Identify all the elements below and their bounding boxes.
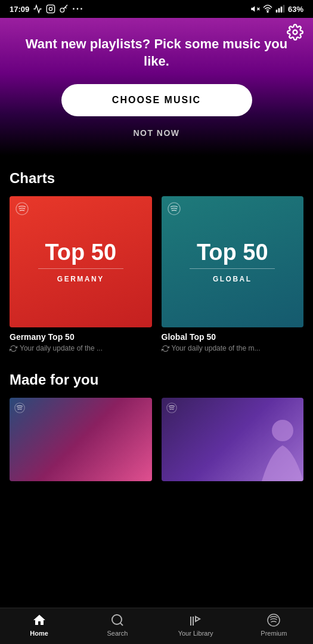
dots-icon: ··· — [72, 4, 83, 14]
home-icon — [32, 613, 47, 627]
svg-point-13 — [168, 203, 179, 215]
library-icon — [188, 613, 203, 627]
germany-divider — [38, 268, 123, 269]
svg-point-11 — [293, 30, 297, 35]
germany-card-desc: Your daily update of the ... — [10, 344, 152, 352]
svg-rect-8 — [278, 8, 280, 13]
svg-rect-9 — [281, 7, 283, 13]
charts-title: Charts — [10, 170, 303, 187]
wifi-icon — [263, 4, 272, 14]
spotify-logo-germany — [16, 202, 29, 215]
not-now-button[interactable]: NOT NOW — [133, 128, 179, 138]
spotify-logo-made1 — [14, 402, 25, 413]
charts-cards-row: Top 50 GERMANY Germany Top 50 Your daily… — [10, 196, 303, 357]
search-icon — [110, 613, 125, 627]
update-icon-germany — [10, 345, 17, 352]
spotify-logo-global — [168, 202, 181, 215]
svg-point-6 — [267, 11, 268, 13]
global-top50-card[interactable]: Top 50 GLOBAL Global Top 50 Your daily u… — [162, 196, 304, 357]
svg-point-2 — [52, 7, 53, 7]
svg-rect-7 — [276, 10, 278, 13]
global-country-label: GLOBAL — [213, 275, 252, 283]
germany-card-name: Germany Top 50 — [10, 332, 152, 342]
bottom-nav: Home Search Your Library Premium — [0, 608, 313, 644]
global-card-desc: Your daily update of the m... — [162, 344, 304, 352]
choose-music-button[interactable]: CHOOSE MUSIC — [61, 84, 252, 116]
spotify-logo-made2 — [166, 402, 177, 413]
hero-section: Want new playlists? Pick some music you … — [0, 18, 313, 156]
germany-card-info: Germany Top 50 Your daily update of the … — [10, 332, 152, 357]
home-label: Home — [30, 630, 48, 637]
svg-rect-10 — [283, 5, 285, 13]
library-label: Your Library — [178, 630, 213, 637]
gear-icon — [287, 24, 303, 41]
global-card-name: Global Top 50 — [162, 332, 304, 342]
svg-rect-0 — [47, 5, 55, 13]
global-top50-label: Top 50 — [197, 241, 268, 264]
global-card-image: Top 50 GLOBAL — [162, 196, 304, 327]
made-card-2[interactable] — [162, 398, 304, 481]
nav-item-search[interactable]: Search — [97, 613, 138, 637]
svg-point-12 — [16, 203, 28, 215]
global-divider — [190, 268, 275, 269]
made-card-1[interactable] — [10, 398, 152, 481]
svg-point-17 — [112, 615, 122, 624]
made-for-you-title: Made for you — [10, 371, 303, 388]
battery: 63% — [288, 5, 303, 14]
svg-point-16 — [272, 420, 293, 441]
hero-title: Want new playlists? Pick some music you … — [12, 36, 301, 70]
svg-point-15 — [166, 403, 176, 413]
global-card-info: Global Top 50 Your daily update of the m… — [162, 332, 304, 357]
nav-item-premium[interactable]: Premium — [253, 613, 295, 637]
germany-top50-label: Top 50 — [45, 241, 116, 264]
nav-item-library[interactable]: Your Library — [175, 613, 216, 637]
settings-button[interactable] — [287, 24, 303, 41]
germany-country-label: GERMANY — [57, 275, 104, 283]
charts-section: Charts Top 50 GERMANY Germany Top 50 You — [0, 156, 313, 357]
instagram-icon — [46, 4, 55, 14]
status-right: 63% — [250, 4, 303, 14]
svg-point-14 — [15, 403, 25, 413]
made-for-you-section: Made for you — [0, 362, 313, 481]
premium-icon — [266, 613, 281, 627]
search-label: Search — [107, 630, 128, 637]
made-for-you-cards — [10, 398, 303, 481]
status-bar: 17:09 ··· 63% — [0, 0, 313, 18]
activity-icon — [33, 4, 42, 14]
mute-icon — [250, 4, 260, 14]
signal-icon — [275, 4, 285, 14]
time: 17:09 — [10, 5, 29, 14]
svg-line-18 — [120, 623, 123, 626]
update-icon-global — [162, 345, 169, 352]
status-left: 17:09 ··· — [10, 4, 84, 14]
germany-card-image: Top 50 GERMANY — [10, 196, 152, 327]
svg-point-1 — [49, 7, 52, 10]
premium-label: Premium — [261, 630, 287, 637]
key-icon — [59, 4, 69, 14]
germany-top50-card[interactable]: Top 50 GERMANY Germany Top 50 Your daily… — [10, 196, 152, 357]
nav-item-home[interactable]: Home — [18, 613, 60, 637]
person-silhouette — [250, 416, 303, 481]
